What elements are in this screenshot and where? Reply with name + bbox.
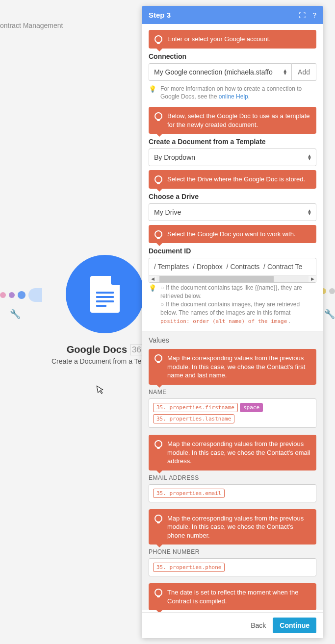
add-connection-button[interactable]: Add (292, 63, 316, 81)
bulb-icon (155, 354, 162, 362)
wrench-icon[interactable]: 🔧 (10, 309, 21, 320)
scroll-right-icon[interactable]: ▶ (309, 276, 316, 281)
callout-template: Below, select the Google Doc to use as a… (149, 107, 316, 134)
bulb-icon (155, 175, 162, 183)
bulb-icon (155, 440, 162, 448)
drive-select[interactable]: My Drive▲▼ (149, 203, 316, 221)
pill-lastname[interactable]: 35. properties.lastname (153, 414, 234, 423)
panel-title: Step 3 (149, 11, 171, 19)
create-method-select[interactable]: By Dropdown▲▼ (149, 149, 316, 166)
chevron-sort-icon: ▲▼ (307, 154, 312, 160)
config-panel: Step 3 ⛶ ? Enter or select your Google a… (142, 6, 323, 638)
horizontal-scrollbar[interactable]: ◀ ▶ (149, 275, 316, 282)
document-path-select[interactable]: / Templates / Dropbox / Contracts / Cont… (149, 258, 316, 283)
panel-footer: Back Continue (142, 612, 323, 638)
bulb-icon: 💡 (149, 284, 156, 325)
scenario-title: ontract Management (0, 22, 63, 29)
connection-select[interactable]: My Google connection (michaela.staffo▲▼ (149, 63, 292, 81)
callout-account: Enter or select your Google account. (149, 30, 316, 49)
pill-space[interactable]: space (240, 403, 263, 412)
help-icon[interactable]: ? (312, 11, 316, 19)
continue-button[interactable]: Continue (273, 618, 316, 633)
bulb-icon (155, 515, 162, 522)
callout-name: Map the corresponding values from the pr… (149, 349, 316, 385)
panel-body: Enter or select your Google account. Con… (142, 24, 323, 612)
wrench-icon[interactable]: 🔧 (324, 309, 335, 320)
values-heading: Values (149, 336, 316, 344)
name-input[interactable]: 35. properties.firstname space 35. prope… (149, 398, 316, 428)
callout-email: Map the corresponding values from the pr… (149, 435, 316, 471)
callout-date: The date is set to reflect the moment wh… (149, 583, 316, 610)
hint-document: 💡 ○If the document contains tags like {{… (149, 284, 316, 325)
label-docid: Document ID (149, 247, 316, 255)
flow-dots-left (0, 288, 42, 302)
breadcrumb: / Templates / Dropbox / Contracts / Cont… (149, 258, 316, 275)
bulb-icon: 💡 (149, 85, 156, 101)
label-phone: PHONE NUMBER (149, 548, 316, 555)
label-create: Create a Document from a Template (149, 138, 316, 146)
panel-header: Step 3 ⛶ ? (142, 6, 323, 24)
hint-connection: 💡 For more information on how to create … (149, 85, 316, 101)
online-help-link[interactable]: online Help (219, 93, 248, 100)
phone-input[interactable]: 35. properties.phone (149, 558, 316, 576)
back-button[interactable]: Back (251, 621, 266, 629)
pill-firstname[interactable]: 35. properties.firstname (153, 403, 238, 412)
google-docs-icon (66, 255, 144, 333)
label-connection: Connection (149, 52, 316, 60)
module-title: Google Docs36 (67, 344, 143, 355)
values-section: Values Map the corresponding values from… (142, 331, 323, 610)
expand-icon[interactable]: ⛶ (299, 11, 306, 19)
bulb-icon (155, 589, 162, 596)
scroll-left-icon[interactable]: ◀ (149, 276, 156, 281)
label-name: NAME (149, 389, 316, 396)
pill-email[interactable]: 35. properties.email (153, 489, 225, 498)
bulb-icon (155, 230, 162, 238)
callout-doc: Select the Google Doc you want to work w… (149, 225, 316, 244)
chevron-sort-icon: ▲▼ (307, 209, 312, 215)
pill-phone[interactable]: 35. properties.phone (153, 563, 225, 572)
bulb-icon (155, 35, 162, 43)
label-drive: Choose a Drive (149, 193, 316, 200)
email-input[interactable]: 35. properties.email (149, 484, 316, 502)
label-email: EMAIL ADDRESS (149, 474, 316, 481)
callout-drive: Select the Drive where the Google Doc is… (149, 170, 316, 189)
callout-phone: Map the corresponding values from the pr… (149, 509, 316, 545)
cursor-icon (96, 384, 106, 397)
chevron-sort-icon: ▲▼ (283, 69, 287, 75)
bulb-icon (155, 112, 162, 120)
